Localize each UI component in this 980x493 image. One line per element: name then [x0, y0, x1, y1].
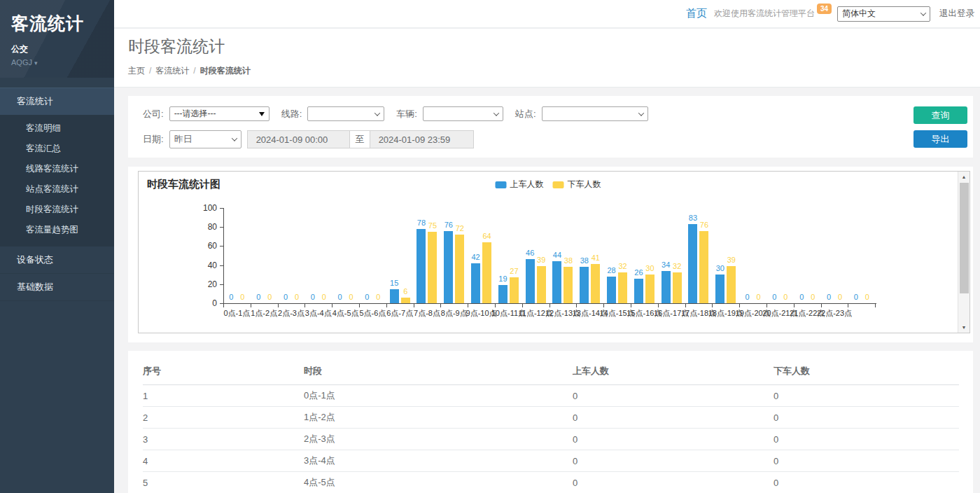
y-axis-tick-label: 80: [193, 222, 217, 232]
breadcrumb-current: 时段客流统计: [200, 66, 251, 76]
bar-group: 00: [359, 208, 386, 303]
date-to-input[interactable]: 2024-01-09 23:59: [370, 130, 474, 148]
export-button[interactable]: 导出: [913, 130, 967, 148]
chart-panel: 时段车流统计图 上车人数下车人数 020406080100000点-1点001点…: [128, 167, 973, 342]
y-axis-tick-label: 40: [193, 261, 217, 270]
line-select[interactable]: [307, 106, 384, 121]
legend-item[interactable]: 下车人数: [553, 179, 601, 190]
table-cell: 2点-3点: [304, 429, 573, 450]
table-cell: 3: [143, 429, 304, 450]
language-select-value: 简体中文: [842, 8, 876, 20]
sidebar-item-station-stats[interactable]: 站点客流统计: [0, 179, 114, 200]
table-cell: 0: [774, 472, 959, 493]
sidebar-item-line-stats[interactable]: 线路客流统计: [0, 159, 114, 179]
table-row: 21点-2点00: [143, 407, 959, 429]
line-label: 线路:: [281, 108, 302, 120]
x-axis-tick: [550, 304, 550, 307]
brand-title: 客流统计: [11, 12, 103, 35]
scroll-up-icon[interactable]: ▲: [958, 172, 970, 182]
period-stats-table: 序号时段上车人数下车人数 10点-1点0021点-2点0032点-3点0043点…: [143, 359, 959, 493]
bar: 78: [416, 229, 426, 303]
language-select[interactable]: 简体中文: [837, 6, 930, 22]
x-axis-tick: [875, 304, 876, 307]
bar-group: 00: [251, 208, 278, 303]
chart-legend: 上车人数下车人数: [496, 179, 601, 190]
table-cell: 5: [143, 472, 304, 493]
sidebar-item-passenger-summary[interactable]: 客流汇总: [0, 139, 114, 159]
table-cell: 0: [573, 407, 774, 429]
table-cell: 1: [143, 385, 304, 407]
sidebar-item-period-stats[interactable]: 时段客流统计: [0, 200, 114, 220]
x-axis-tick: [278, 304, 279, 307]
notification-badge[interactable]: 34: [817, 4, 832, 14]
vehicle-select[interactable]: [423, 106, 503, 121]
legend-label: 上车人数: [510, 179, 544, 190]
x-axis-category-label: 1点-2点: [251, 308, 277, 319]
table-cell: 0点-1点: [304, 385, 573, 407]
bar: 46: [526, 259, 535, 303]
sidebar-section-device-status[interactable]: 设备状态: [0, 246, 114, 274]
table-cell: 4点-5点: [304, 472, 573, 493]
content: 公司: ---请选择--- 线路: 车辆: 站点:: [114, 88, 980, 493]
bar-group: 00: [848, 208, 875, 303]
breadcrumb-home[interactable]: 主页: [128, 66, 145, 76]
table-row: 43点-4点00: [143, 450, 959, 472]
x-axis-tick: [440, 304, 441, 307]
y-axis-tick-label: 0: [193, 298, 217, 308]
legend-item[interactable]: 上车人数: [496, 179, 544, 190]
table-body: 10点-1点0021点-2点0032点-3点0043点-4点0054点-5点00…: [143, 385, 959, 493]
date-preset-select[interactable]: 昨日: [169, 130, 241, 148]
x-axis-category-label: 2点-3点: [278, 308, 304, 319]
bar: 27: [510, 277, 519, 303]
sidebar-section-base-data[interactable]: 基础数据: [0, 274, 114, 301]
breadcrumb: 主页/客流统计/时段客流统计: [128, 65, 966, 77]
logout-link[interactable]: 退出登录: [939, 8, 974, 20]
x-axis-tick: [658, 304, 659, 307]
x-axis-tick: [603, 304, 604, 307]
dropdown-arrow-icon: [259, 112, 265, 116]
date-label: 日期:: [143, 133, 164, 146]
sidebar-submenu: 客流明细 客流汇总 线路客流统计 站点客流统计 时段客流统计 客流量趋势图: [0, 115, 114, 246]
station-select[interactable]: [542, 106, 648, 121]
x-axis-tick: [631, 304, 631, 307]
chart-scrollbar[interactable]: ▲ ▼: [958, 172, 969, 333]
filter-panel: 公司: ---请选择--- 线路: 车辆: 站点:: [128, 96, 973, 158]
sidebar: 客流统计 公交 AQGJ▾ 客流统计 客流明细 客流汇总 线路客流统计 站点客流…: [0, 0, 114, 493]
bar: 32: [673, 272, 682, 303]
sidebar-item-trend-chart[interactable]: 客流量趋势图: [0, 220, 114, 240]
date-from-input[interactable]: 2024-01-09 00:00: [247, 130, 350, 148]
page-heading: 时段客流统计 主页/客流统计/时段客流统计: [114, 29, 980, 88]
company-select-value: ---请选择---: [174, 108, 216, 120]
bar: 76: [444, 231, 453, 303]
home-link[interactable]: 首页: [686, 7, 707, 20]
main-area: 首页 欢迎使用客流统计管理平台 34 简体中文 退出登录 时段客流统计 主页/客…: [114, 0, 980, 493]
breadcrumb-passenger-stats[interactable]: 客流统计: [155, 66, 189, 76]
bar-group: 4438: [550, 208, 577, 303]
sidebar-section-passenger-stats[interactable]: 客流统计: [0, 88, 114, 115]
bar: 83: [688, 224, 697, 303]
x-axis-tick: [414, 304, 414, 307]
bar-chart: 时段车流统计图 上车人数下车人数 020406080100000点-1点001点…: [139, 172, 958, 333]
x-axis-tick: [359, 304, 360, 307]
x-axis-category-label: 0点-1点: [223, 308, 250, 319]
table-cell: 3点-4点: [304, 450, 573, 472]
company-select[interactable]: ---请选择---: [169, 106, 270, 121]
x-axis-tick: [251, 304, 251, 307]
table-header-cell: 下车人数: [774, 359, 959, 385]
table-cell: 0: [774, 450, 959, 472]
scrollbar-track[interactable]: [958, 182, 970, 322]
table-cell: 0: [774, 407, 959, 429]
query-button[interactable]: 查询: [913, 106, 967, 124]
bar: 39: [727, 266, 736, 303]
x-axis-tick: [304, 304, 305, 307]
scrollbar-thumb[interactable]: [960, 183, 969, 293]
x-axis-tick: [766, 304, 767, 307]
sidebar-item-passenger-detail[interactable]: 客流明细: [0, 118, 114, 139]
table-cell: 4: [143, 450, 304, 472]
org-dropdown[interactable]: AQGJ▾: [11, 58, 103, 67]
bar: 32: [618, 272, 627, 303]
scroll-down-icon[interactable]: ▼: [958, 322, 970, 333]
bar-value-label: 15: [382, 279, 406, 287]
bar-group: 3841: [576, 208, 603, 303]
bar: 6: [401, 298, 410, 303]
